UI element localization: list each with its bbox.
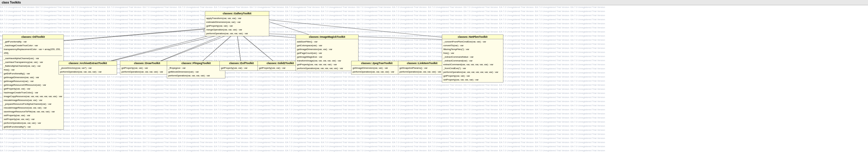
watermark-text: EA 7.0 Unregistered Trial Version: [499, 42, 534, 46]
watermark-text: EA 7.0 Unregistered Trial Version: [143, 149, 177, 153]
watermark-text: EA 7.0 Unregistered Trial Version: [143, 18, 177, 22]
class-body-odtoolkit: _getFunctionality : var_hasImageCreateTr…: [3, 39, 63, 129]
watermark-text: EA 7.0 Unregistered Trial Version: [535, 79, 569, 83]
watermark-row: EA 7.0 Unregistered Trial Version EA 7.0…: [0, 116, 868, 120]
class-method: transparencyReplacementColor : var = arr…: [4, 48, 62, 55]
watermark-row: EA 7.0 Unregistered Trial Version EA 7.0…: [0, 18, 868, 22]
watermark-text: EA 7.0 Unregistered Trial Version: [321, 22, 355, 26]
watermark-text: EA 7.0 Unregistered Trial Version: [356, 9, 391, 13]
class-body-ffmpegtoolkit: _ffmpegexe : vargetMovieDimension(var) :…: [167, 65, 225, 78]
watermark-text: EA 7.0 Unregistered Trial Version: [250, 50, 284, 54]
watermark-text: EA 7.0 Unregistered Trial Version: [250, 120, 284, 124]
watermark-text: EA 7.0 Unregistered Trial Version: [178, 50, 213, 54]
watermark-text: EA 7.0 Unregistered Trial Version: [535, 50, 569, 54]
watermark-text: EA 7.0 Unregistered Trial Version: [356, 116, 391, 120]
watermark-text: EA 7.0 Unregistered Trial Version: [107, 112, 142, 116]
watermark-text: EA 7.0 Unregistered Trial Version: [464, 99, 498, 103]
watermark-text: EA 7.0 Unregistered Trial Version: [464, 18, 498, 22]
watermark-text: EA 7.0 Unregistered Trial Version: [535, 75, 569, 79]
watermark-text: EA 7.0 Unregistered Trial Version: [535, 42, 569, 46]
class-method: rescaleImageResource(var, var, var) : va…: [4, 106, 62, 110]
watermark-text: EA 7.0 Unregistered Trial Version: [392, 95, 427, 99]
class-method: getProperty(var, var) : var: [4, 87, 62, 91]
watermark-text: EA 7.0 Unregistered Trial Version: [178, 42, 213, 46]
watermark-text: EA 7.0 Unregistered Trial Version: [285, 103, 320, 108]
watermark-text: EA 7.0 Unregistered Trial Version: [571, 50, 605, 54]
watermark-text: EA 7.0 Unregistered Trial Version: [571, 103, 605, 108]
watermark-text: EA 7.0 Unregistered Trial Version: [499, 91, 534, 95]
watermark-text: EA 7.0 Unregistered Trial Version: [499, 9, 534, 13]
watermark-text: EA 7.0 Unregistered Trial Version: [107, 87, 142, 91]
title-bar: class Toolkits: [0, 0, 868, 5]
watermark-text: EA 7.0 Unregistered Trial Version: [464, 30, 498, 34]
watermark-text: EA 7.0 Unregistered Trial Version: [36, 132, 70, 136]
watermark-text: EA 7.0 Unregistered Trial Version: [71, 9, 106, 13]
watermark-text: EA 7.0 Unregistered Trial Version: [250, 145, 284, 149]
watermark-text: EA 7.0 Unregistered Trial Version: [499, 136, 534, 141]
watermark-text: EA 7.0 Unregistered Trial Version: [143, 141, 177, 145]
watermark-text: EA 7.0 Unregistered Trial Version: [71, 22, 106, 26]
watermark-text: EA 7.0 Unregistered Trial Version: [571, 116, 605, 120]
watermark-text: EA 7.0 Unregistered Trial Version: [356, 50, 391, 54]
watermark-text: EA 7.0 Unregistered Trial Version: [71, 124, 106, 128]
watermark-text: EA 7.0 Unregistered Trial Version: [321, 5, 355, 9]
watermark-text: EA 7.0 Unregistered Trial Version: [107, 9, 142, 13]
watermark-text: EA 7.0 Unregistered Trial Version: [428, 120, 462, 124]
watermark-text: EA 7.0 Unregistered Trial Version: [571, 46, 605, 50]
watermark-text: EA 7.0 Unregistered Trial Version: [392, 38, 427, 42]
watermark-text: EA 7.0 Unregistered Trial Version: [285, 124, 320, 128]
watermark-text: EA 7.0 Unregistered Trial Version: [499, 5, 534, 9]
class-method: convertTo(var) : var: [443, 43, 502, 48]
watermark-text: EA 7.0 Unregistered Trial Version: [499, 83, 534, 87]
class-box-linkitemtoolkit: classes::LinkItemToolkitgetSnapshotParam…: [398, 61, 446, 74]
watermark-text: EA 7.0 Unregistered Trial Version: [535, 13, 569, 18]
watermark-text: EA 7.0 Unregistered Trial Version: [535, 22, 569, 26]
watermark-text: EA 7.0 Unregistered Trial Version: [392, 99, 427, 103]
watermark-row: EA 7.0 Unregistered Trial Version EA 7.0…: [0, 75, 868, 79]
watermark-text: EA 7.0 Unregistered Trial Version: [143, 95, 177, 99]
watermark-text: EA 7.0 Unregistered Trial Version: [571, 95, 605, 99]
watermark-text: EA 7.0 Unregistered Trial Version: [178, 99, 213, 103]
watermark-text: EA 7.0 Unregistered Trial Version: [499, 124, 534, 128]
watermark-text: EA 7.0 Unregistered Trial Version: [71, 46, 106, 50]
watermark-row: EA 7.0 Unregistered Trial Version EA 7.0…: [0, 136, 868, 141]
watermark-text: EA 7.0 Unregistered Trial Version: [0, 132, 34, 136]
watermark-text: EA 7.0 Unregistered Trial Version: [285, 5, 320, 9]
watermark-text: EA 7.0 Unregistered Trial Version: [535, 83, 569, 87]
watermark-text: EA 7.0 Unregistered Trial Version: [321, 128, 355, 132]
watermark-text: EA 7.0 Unregistered Trial Version: [107, 38, 142, 42]
watermark-text: EA 7.0 Unregistered Trial Version: [392, 79, 427, 83]
watermark-text: EA 7.0 Unregistered Trial Version: [250, 71, 284, 75]
class-body-drawtoolkit: getProperty(var, var) : varperformOperat…: [120, 65, 174, 74]
watermark-text: EA 7.0 Unregistered Trial Version: [178, 103, 213, 108]
watermark-text: EA 7.0 Unregistered Trial Version: [428, 95, 462, 99]
watermark-text: EA 7.0 Unregistered Trial Version: [499, 54, 534, 59]
watermark-text: EA 7.0 Unregistered Trial Version: [356, 30, 391, 34]
watermark-text: EA 7.0 Unregistered Trial Version: [428, 132, 462, 136]
class-method: getPageCount(var) : var: [297, 51, 357, 55]
watermark-text: EA 7.0 Unregistered Trial Version: [107, 75, 142, 79]
watermark-text: EA 7.0 Unregistered Trial Version: [107, 120, 142, 124]
class-method: performOperation(var, var, var, var) : v…: [206, 32, 268, 35]
watermark-text: EA 7.0 Unregistered Trial Version: [464, 95, 498, 99]
watermark-text: EA 7.0 Unregistered Trial Version: [356, 128, 391, 132]
watermark-text: EA 7.0 Unregistered Trial Version: [214, 38, 248, 42]
watermark-text: EA 7.0 Unregistered Trial Version: [321, 83, 355, 87]
watermark-text: EA 7.0 Unregistered Trial Version: [499, 149, 534, 153]
watermark-text: EA 7.0 Unregistered Trial Version: [392, 112, 427, 116]
watermark-row: EA 7.0 Unregistered Trial Version EA 7.0…: [0, 38, 868, 42]
watermark-text: EA 7.0 Unregistered Trial Version: [535, 34, 569, 38]
class-method: performOperation(var, var, var, var) : v…: [121, 70, 173, 74]
watermark-row: EA 7.0 Unregistered Trial Version EA 7.0…: [0, 120, 868, 124]
watermark-text: EA 7.0 Unregistered Trial Version: [214, 99, 248, 103]
watermark-text: EA 7.0 Unregistered Trial Version: [71, 108, 106, 112]
watermark-text: EA 7.0 Unregistered Trial Version: [571, 83, 605, 87]
watermark-text: EA 7.0 Unregistered Trial Version: [499, 13, 534, 18]
class-method: getProperty(var, var) : var: [221, 66, 262, 70]
watermark-text: EA 7.0 Unregistered Trial Version: [71, 103, 106, 108]
watermark-text: EA 7.0 Unregistered Trial Version: [214, 87, 248, 91]
class-method: free() : var: [4, 68, 62, 72]
watermark-text: EA 7.0 Unregistered Trial Version: [464, 141, 498, 145]
watermark-text: EA 7.0 Unregistered Trial Version: [321, 13, 355, 18]
watermark-text: EA 7.0 Unregistered Trial Version: [214, 120, 248, 124]
